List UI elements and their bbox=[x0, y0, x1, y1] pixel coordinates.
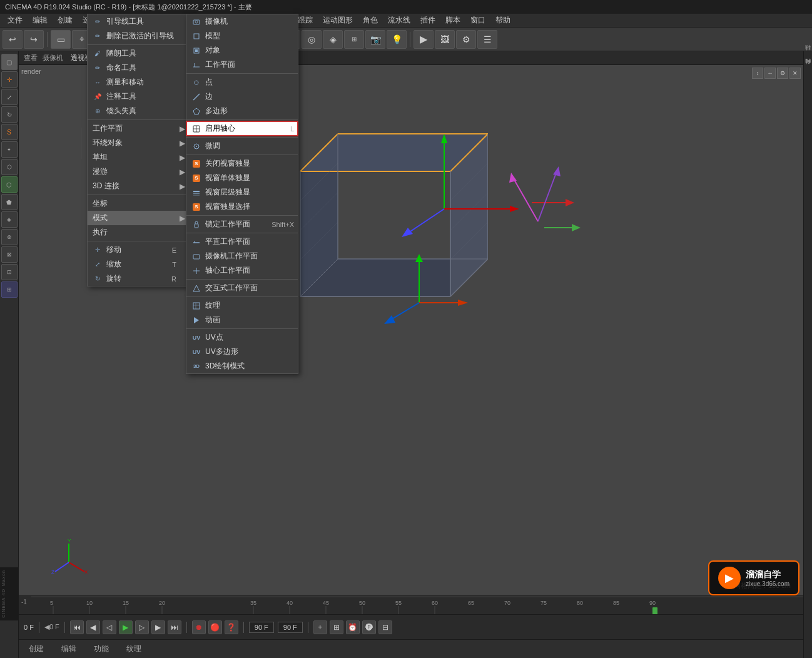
add-keyframe[interactable]: + bbox=[313, 620, 327, 634]
light-button[interactable]: 💡 bbox=[387, 30, 407, 49]
vp-expand-btn[interactable]: ↔ bbox=[764, 68, 776, 79]
submenu-pivot[interactable]: 启用轴心 L bbox=[186, 121, 298, 136]
sidebar-move[interactable]: ✛ bbox=[1, 71, 18, 88]
submenu-solo-single[interactable]: S 视窗单体独显 bbox=[186, 171, 298, 185]
submenu-texture[interactable]: 纹理 bbox=[186, 298, 298, 313]
submenu-object[interactable]: 对象 bbox=[186, 43, 298, 58]
sidebar-tool8[interactable]: ⊡ bbox=[1, 264, 18, 280]
transport-prev2[interactable]: ◁ bbox=[103, 620, 116, 634]
sidebar-select[interactable]: ▢ bbox=[1, 54, 18, 70]
submenu-solo-select[interactable]: S 视窗独显选择 bbox=[186, 200, 298, 214]
menu-window[interactable]: 窗口 bbox=[465, 14, 490, 27]
transport-next2[interactable]: ▶ bbox=[151, 620, 165, 634]
dropdown-item-walk[interactable]: 漫游 ▶ bbox=[88, 164, 189, 179]
submenu-camera[interactable]: 摄像机 bbox=[186, 14, 298, 29]
menu-create[interactable]: 创建 bbox=[53, 14, 78, 27]
menu-help[interactable]: 帮助 bbox=[490, 14, 515, 27]
nurbs-button[interactable]: ◎ bbox=[302, 30, 322, 49]
dropdown-item-coord[interactable]: 坐标 bbox=[88, 196, 189, 211]
sidebar-tool5[interactable]: ◈ bbox=[1, 211, 18, 228]
menu-plugin[interactable]: 插件 bbox=[415, 14, 440, 27]
record-btn[interactable]: ⏺ bbox=[192, 620, 206, 634]
motion-mgr[interactable]: 🅟 bbox=[362, 620, 376, 634]
sidebar-tool7[interactable]: ⊠ bbox=[1, 246, 18, 263]
tab-texture[interactable]: 纹理 bbox=[121, 642, 146, 655]
tab-create[interactable]: 创建 bbox=[24, 642, 49, 655]
submenu-micro[interactable]: 微调 bbox=[186, 139, 298, 153]
sidebar-tool6[interactable]: ⊛ bbox=[1, 229, 18, 245]
deformer-button[interactable]: ◈ bbox=[323, 30, 343, 49]
auto-key-btn[interactable]: 🔴 bbox=[208, 620, 222, 634]
vp-settings-btn[interactable]: ⚙ bbox=[777, 68, 788, 79]
select-rect-button[interactable]: ▭ bbox=[51, 30, 71, 49]
dropdown-item-annotation[interactable]: 📌 注释工具 bbox=[88, 89, 189, 104]
menu-script[interactable]: 脚本 bbox=[440, 14, 465, 27]
camera-tool-button[interactable]: 📷 bbox=[365, 30, 385, 49]
sidebar-s1[interactable]: S bbox=[1, 124, 18, 140]
submenu-3dpaint[interactable]: 3D 3D绘制模式 bbox=[186, 359, 298, 373]
menu-character[interactable]: 角色 bbox=[358, 14, 383, 27]
submenu-model[interactable]: 模型 bbox=[186, 29, 298, 43]
dropdown-item-mode[interactable]: 模式 ▶ bbox=[88, 211, 189, 225]
tab-function[interactable]: 功能 bbox=[89, 642, 114, 655]
sidebar-tool2[interactable]: ⬡ bbox=[1, 159, 18, 175]
render-settings[interactable]: ⚙ bbox=[456, 30, 476, 49]
submenu-uvpoly[interactable]: UV UV多边形 bbox=[186, 345, 298, 359]
time-mgr[interactable]: ⏰ bbox=[346, 620, 360, 634]
timeline-ruler[interactable]: 5 10 15 20 35 40 45 50 55 60 65 70 75 80 bbox=[31, 596, 803, 614]
dropdown-item-brush[interactable]: 🖌 陋朗工具 bbox=[88, 46, 189, 61]
dropdown-item-workplane[interactable]: 工作平面 ▶ bbox=[88, 121, 189, 136]
submenu-axis-plane[interactable]: 轴心工作平面 bbox=[186, 263, 298, 278]
sidebar-tool1[interactable]: ✦ bbox=[1, 141, 18, 158]
transport-play[interactable]: ▶ bbox=[119, 620, 133, 634]
dropdown-item-scale[interactable]: ⤢ 缩放 T bbox=[88, 257, 189, 271]
menu-pipeline[interactable]: 流水线 bbox=[383, 14, 415, 27]
menu-mograph[interactable]: 运动图形 bbox=[318, 14, 358, 27]
frame-btn[interactable]: ◀0 F bbox=[44, 623, 59, 631]
dropdown-item-orbit[interactable]: 环绕对象 ▶ bbox=[88, 136, 189, 150]
submenu-workplane[interactable]: 工作平面 bbox=[186, 58, 298, 72]
dropdown-item-delete-guide[interactable]: ✏ 删除已激活的引导线 bbox=[88, 29, 189, 43]
dropdown-item-measure[interactable]: ↔ 测量和移动 bbox=[88, 75, 189, 89]
submenu-solo-layer[interactable]: 视窗层级独显 bbox=[186, 185, 298, 200]
submenu-animation[interactable]: 动画 bbox=[186, 313, 298, 327]
submenu-edge[interactable]: 边 bbox=[186, 89, 298, 104]
submenu-cam-plane[interactable]: 摄像机工作平面 bbox=[186, 249, 298, 263]
submenu-flat-plane[interactable]: 平直工作平面 bbox=[186, 235, 298, 249]
dropdown-item-grass[interactable]: 草坦 ▶ bbox=[88, 150, 189, 164]
grid-mgr[interactable]: ⊟ bbox=[378, 620, 392, 634]
dropdown-item-execute[interactable]: 执行 bbox=[88, 225, 189, 240]
submenu-close-solo[interactable]: S 关闭视窗独显 bbox=[186, 156, 298, 171]
render-active[interactable]: ▶ bbox=[414, 30, 434, 49]
sidebar-tool4[interactable]: ⬟ bbox=[1, 194, 18, 210]
motion-clip-btn[interactable]: ❓ bbox=[225, 620, 238, 634]
dropdown-item-3dconnect[interactable]: 3D 连接 ▶ bbox=[88, 179, 189, 193]
transport-last[interactable]: ⏭ bbox=[168, 620, 181, 634]
menu-file[interactable]: 文件 bbox=[3, 14, 28, 27]
dropdown-item-lens[interactable]: ⊕ 镜头失真 bbox=[88, 104, 189, 118]
sidebar-rotate[interactable]: ↻ bbox=[1, 106, 18, 123]
fps-input[interactable] bbox=[278, 622, 303, 633]
dropdown-item-guide[interactable]: ✏ 引导线工具 bbox=[88, 14, 189, 29]
submenu-polygon[interactable]: 多边形 bbox=[186, 104, 298, 118]
scene-button[interactable]: ⊞ bbox=[344, 30, 364, 49]
undo-button[interactable]: ↩ bbox=[3, 30, 23, 49]
dropdown-item-rotate[interactable]: ↻ 旋转 R bbox=[88, 271, 189, 286]
keyframe-mgr[interactable]: ⊞ bbox=[330, 620, 343, 634]
sidebar-tool9[interactable]: ⊞ bbox=[1, 281, 18, 298]
render-to-picture[interactable]: 🖼 bbox=[435, 30, 455, 49]
tab-edit[interactable]: 编辑 bbox=[56, 642, 81, 655]
transport-first[interactable]: ⏮ bbox=[70, 620, 84, 634]
vp-close-btn[interactable]: ✕ bbox=[789, 68, 801, 79]
submenu-interactive-plane[interactable]: 交互式工作平面 bbox=[186, 281, 298, 295]
sidebar-tool3[interactable]: ⬡ bbox=[1, 176, 18, 193]
menu-edit[interactable]: 编辑 bbox=[28, 14, 53, 27]
dropdown-item-naming[interactable]: ✏ 命名工具 bbox=[88, 61, 189, 75]
submenu-lock-plane[interactable]: 锁定工作平面 Shift+X bbox=[186, 217, 298, 231]
team-render[interactable]: ☰ bbox=[477, 30, 497, 49]
submenu-uvpoint[interactable]: UV UV点 bbox=[186, 330, 298, 345]
transport-prev[interactable]: ◀ bbox=[86, 620, 100, 634]
dropdown-item-move[interactable]: ✛ 移动 E bbox=[88, 243, 189, 257]
submenu-point[interactable]: 点 bbox=[186, 75, 298, 89]
transport-next[interactable]: ▷ bbox=[135, 620, 149, 634]
